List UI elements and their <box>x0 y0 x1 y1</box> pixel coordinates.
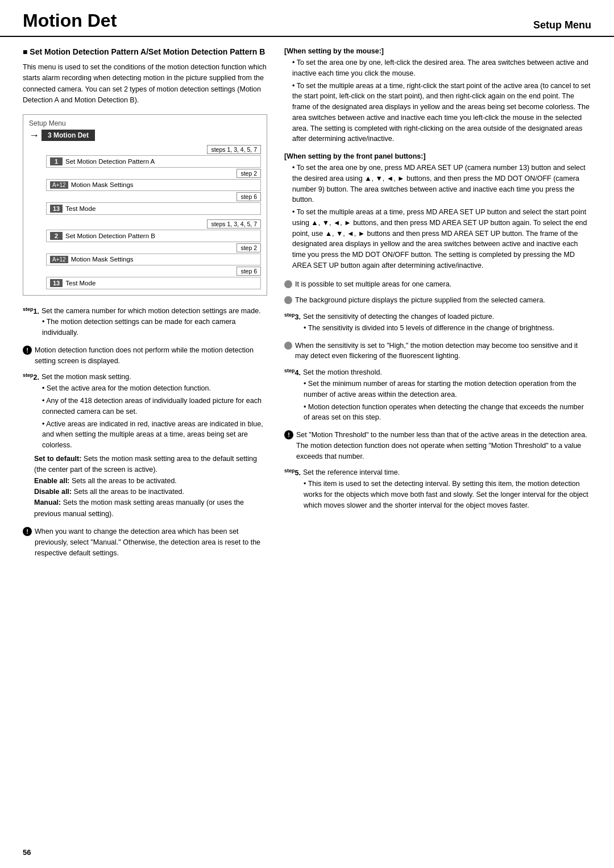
step5-bullets: This item is used to set the detecting i… <box>296 479 591 510</box>
diagram-item-13b: 13 Test Mode <box>46 277 261 289</box>
note-sensitivity: When the sensitivity is set to "High," t… <box>284 340 591 362</box>
diagram-item-b12: A+12 Motion Mask Settings <box>46 254 261 265</box>
step1-label: step1. <box>23 306 39 317</box>
step4-bullet-1: Set the minimum number of areas for star… <box>304 379 591 400</box>
itemA12-text: Motion Mask Settings <box>71 181 134 188</box>
warning-text-2: When you want to change the detection ar… <box>35 526 267 558</box>
note-multiple-areas-text: It is possible to set multiple areas for… <box>295 279 451 290</box>
footer: 56 <box>23 848 31 857</box>
item13a-text: Test Mode <box>65 205 96 212</box>
page: Motion Det Setup Menu Set Motion Detecti… <box>0 0 614 868</box>
front-panel-heading: [When setting by the front panel buttons… <box>284 152 591 160</box>
page-subtitle: Setup Menu <box>533 19 591 31</box>
step2-block: step2. Set the motion mask setting. Set … <box>23 372 267 520</box>
step2-title-row: step2. Set the motion mask setting. <box>23 372 267 383</box>
warning-note-1: ! Motion detection function does not per… <box>23 345 267 367</box>
note-background-text: The background picture displays the pict… <box>295 295 545 306</box>
left-column: Set Motion Detection Pattern A/Set Motio… <box>23 37 267 564</box>
step2-manual: Manual: Sets the motion mask setting are… <box>34 497 267 520</box>
step5-bullet-1: This item is used to set the detecting i… <box>304 479 591 510</box>
step3-text: Set the sensitivity of detecting the cha… <box>303 312 494 322</box>
step2-enable-all: Enable all: Sets all the areas to be act… <box>34 476 267 487</box>
warning-note-2: ! When you want to change the detection … <box>23 526 267 558</box>
item1-num: 1 <box>50 157 63 165</box>
front-panel-bullet-1: To set the area one by one, press MD ARE… <box>292 163 591 205</box>
steps-label-a: steps 1, 3, 4, 5, 7 <box>46 145 261 154</box>
mouse-bullet-1: To set the area one by one, left-click t… <box>292 57 591 79</box>
itemB12-text: Motion Mask Settings <box>71 256 134 263</box>
front-panel-bullet-2: To set the multiple areas at a time, pre… <box>292 207 591 271</box>
step5-label: step5. <box>284 467 301 479</box>
warning-icon-1: ! <box>23 346 32 355</box>
step2-bullet-3: Active areas are indicated in red, inact… <box>42 419 267 451</box>
pattern-a-section: steps 1, 3, 4, 5, 7 1 Set Motion Detecti… <box>46 145 261 289</box>
item13b-num: 13 <box>50 279 63 287</box>
step5-title-row: step5. Set the reference interval time. <box>284 467 591 479</box>
menu-diagram: Setup Menu → 3 Motion Det steps 1, 3, 4,… <box>23 114 267 296</box>
step6-label-a: step 6 <box>46 192 261 201</box>
step1-body: The motion detection settings can be mad… <box>23 317 267 338</box>
main-content: Set Motion Detection Pattern A/Set Motio… <box>0 37 614 564</box>
step4-body: Set the minimum number of areas for star… <box>284 379 591 423</box>
step2-text: Set the motion mask setting. <box>42 372 131 383</box>
circle-icon-2 <box>284 296 292 304</box>
step2-label: step2. <box>23 372 39 383</box>
intro-paragraph: This menu is used to set the conditions … <box>23 62 267 106</box>
itemB12-num: A+12 <box>50 256 68 263</box>
circle-icon-1 <box>284 280 292 288</box>
step4-bullets: Set the minimum number of areas for star… <box>296 379 591 423</box>
diagram-item-13a: 13 Test Mode <box>46 202 261 215</box>
front-panel-section: [When setting by the front panel buttons… <box>284 152 591 271</box>
diagram-item-2: 2 Set Motion Detection Pattern B <box>46 230 261 242</box>
step5-block: step5. Set the reference interval time. … <box>284 467 591 510</box>
step2-label-a: step 2 <box>46 169 261 178</box>
diagram-item-1: 1 Set Motion Detection Pattern A <box>46 155 261 168</box>
warning-icon-3: ! <box>284 430 293 439</box>
step2-bullet-2: Any of the 418 detection areas of indivi… <box>42 396 267 417</box>
mouse-bullet-2: To set the multiple areas at a time, rig… <box>292 81 591 145</box>
item2-text: Set Motion Detection Pattern B <box>65 232 155 239</box>
step3-title-row: step3. Set the sensitivity of detecting … <box>284 312 591 323</box>
step4-block: step4. Set the motion threshold. Set the… <box>284 367 591 423</box>
warning-text-1: Motion detection function does not perfo… <box>35 345 267 367</box>
header: Motion Det Setup Menu <box>0 0 614 37</box>
note-multiple-areas: It is possible to set multiple areas for… <box>284 279 591 290</box>
motion-det-box: 3 Motion Det <box>42 130 95 141</box>
circle-icon-3 <box>284 342 292 350</box>
mouse-heading: [When setting by the mouse:] <box>284 47 591 55</box>
step3-body: The sensitivity is divided into 5 levels… <box>284 323 591 334</box>
step3-label: step3. <box>284 312 301 323</box>
front-panel-bullets: To set the area one by one, press MD ARE… <box>284 163 591 271</box>
note-sensitivity-text: When the sensitivity is set to "High," t… <box>295 340 591 362</box>
item13a-num: 13 <box>50 205 63 213</box>
step2-set-to-default: Set to default: Sets the motion mask set… <box>34 454 267 476</box>
page-number: 56 <box>23 848 31 857</box>
note-background: The background picture displays the pict… <box>284 295 591 306</box>
step1-bullet-1: The motion detection settings can be mad… <box>42 317 267 338</box>
note-threshold-text: Set "Motion Threshold" to the number les… <box>296 430 591 462</box>
page-title: Motion Det <box>23 10 117 31</box>
setup-menu-label: Setup Menu <box>29 119 261 127</box>
step2-body: Set the active area for the motion detec… <box>23 383 267 520</box>
section-heading: Set Motion Detection Pattern A/Set Motio… <box>23 47 267 56</box>
warning-icon-2: ! <box>23 527 32 536</box>
right-column: [When setting by the mouse:] To set the … <box>284 37 591 564</box>
note-threshold: ! Set "Motion Threshold" to the number l… <box>284 430 591 462</box>
step6-label-b: step 6 <box>46 267 261 276</box>
step5-text: Set the reference interval time. <box>303 467 400 478</box>
step3-block: step3. Set the sensitivity of detecting … <box>284 312 591 334</box>
step2-disable-all: Disable all: Sets all the areas to be in… <box>34 487 267 497</box>
step1-text: Set the camera number for which motion d… <box>42 306 261 317</box>
mouse-bullets: To set the area one by one, left-click t… <box>284 57 591 144</box>
arrow-icon: → <box>29 130 39 142</box>
step3-bullet-1: The sensitivity is divided into 5 levels… <box>304 323 591 334</box>
step4-title-row: step4. Set the motion threshold. <box>284 367 591 379</box>
step1-bullets: The motion detection settings can be mad… <box>34 317 267 338</box>
step4-bullet-2: Motion detection function operates when … <box>304 402 591 423</box>
step1-title-row: step1. Set the camera number for which m… <box>23 306 267 317</box>
item13b-text: Test Mode <box>65 280 96 286</box>
step3-bullets: The sensitivity is divided into 5 levels… <box>296 323 591 334</box>
step5-body: This item is used to set the detecting i… <box>284 479 591 510</box>
step4-label: step4. <box>284 367 301 379</box>
steps-label-b: steps 1, 3, 4, 5, 7 <box>46 219 261 229</box>
